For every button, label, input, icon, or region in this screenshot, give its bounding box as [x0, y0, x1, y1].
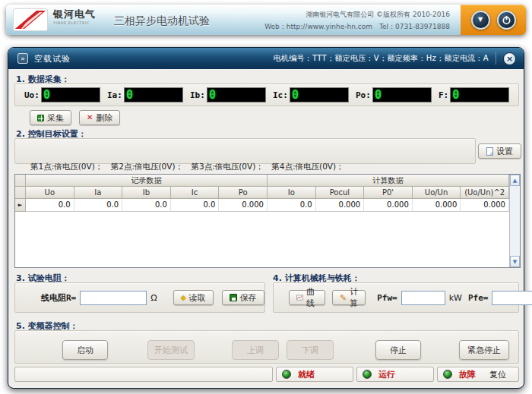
display-ib-value: 0 — [209, 90, 216, 101]
group-header-record: 记录数据 — [26, 175, 268, 187]
cell-ic: 0.0 — [171, 199, 220, 212]
fault-led-icon — [443, 370, 452, 379]
col-header-po[interactable]: Po — [219, 187, 268, 199]
row-selector-icon: ► — [15, 199, 26, 212]
pfe-input[interactable] — [492, 291, 532, 305]
display-ic-value: 0 — [292, 90, 299, 101]
collect-button-label: 采集 — [47, 112, 64, 124]
collect-icon — [37, 115, 44, 121]
brand-text: 银河电气 YINHE ELECTRIC — [53, 9, 96, 25]
power-icon — [502, 15, 511, 25]
save-button-label: 保存 — [240, 292, 257, 304]
title-header: 银河电气 YINHE ELECTRIC 三相异步电动机试验 湖南银河电气有限公司… — [6, 5, 526, 35]
curve-chart-icon — [296, 294, 303, 301]
read-icon: ◆ — [181, 295, 186, 301]
panel-title: 空载试验 — [34, 53, 71, 65]
scroll-up-icon[interactable]: ▲ — [510, 175, 520, 186]
display-ic: Ic: 0 — [267, 87, 350, 102]
delete-icon: ✕ — [87, 114, 93, 121]
adjust-down-button[interactable]: 下调 — [287, 340, 334, 360]
calc-pencil-icon: ✎ — [340, 294, 347, 302]
minimize-button[interactable]: ▼ — [471, 11, 490, 30]
app-window: 银河电气 YINHE ELECTRIC 三相异步电动机试验 湖南银河电气有限公司… — [0, 0, 532, 394]
resistance-unit: Ω — [150, 293, 157, 303]
col-header-uoun[interactable]: Uo/Un — [413, 187, 461, 199]
col-header-uoun2[interactable]: (Uo/Un)^2 — [461, 187, 509, 199]
settings-button[interactable]: 设置 — [478, 143, 521, 159]
cell-po: 0.000 — [219, 199, 268, 212]
resistance-box: 线电阻R= Ω ◆ 读取 保存 — [14, 282, 265, 313]
display-ib-screen: 0 — [207, 87, 266, 102]
company-logo — [13, 8, 48, 31]
cell-pocul: 0.000 — [316, 199, 365, 212]
status-message-box — [14, 367, 273, 382]
logo-swoosh-icon — [14, 9, 47, 30]
stop-button[interactable]: 停止 — [375, 340, 421, 360]
save-button[interactable]: 保存 — [222, 290, 264, 305]
display-ia-value: 0 — [126, 90, 133, 101]
delete-button[interactable]: ✕ 删除 — [79, 110, 120, 125]
display-po-screen: 0 — [372, 87, 432, 102]
read-button[interactable]: ◆ 读取 — [173, 290, 214, 305]
display-ib-label: Ib: — [190, 90, 205, 100]
cell-uoun2: 0.000 — [461, 199, 509, 212]
status-ready: 就绪 — [276, 367, 353, 382]
control-line-1: 第1点:倍电压(0V)； 第2点:倍电压(0V)； 第3点:倍电压(0V)； 第… — [30, 162, 475, 172]
col-header-ib[interactable]: Ib — [122, 187, 171, 199]
display-box: Uo: 0 Ia: 0 Ib: 0 Ic: 0 Po: 0 — [14, 84, 519, 106]
cell-uo: 0.0 — [26, 199, 74, 212]
pfe-label: Pfe= — [468, 293, 489, 303]
window-controls: ▼ — [461, 5, 526, 35]
col-header-ia[interactable]: Ia — [74, 187, 123, 199]
close-button[interactable]: × — [503, 52, 516, 65]
col-header-pocul[interactable]: Pocul — [316, 187, 365, 199]
settings-button-label: 设置 — [496, 146, 513, 157]
display-uo-label: Uo: — [24, 90, 40, 100]
start-test-button[interactable]: 开始测试 — [147, 340, 195, 360]
collect-button[interactable]: 采集 — [30, 110, 71, 125]
reset-button[interactable]: 复位 — [489, 369, 506, 380]
display-ic-screen: 0 — [290, 87, 349, 102]
start-button[interactable]: 启动 — [62, 340, 108, 360]
cell-uoun: 0.000 — [413, 199, 461, 212]
pfw-input[interactable] — [401, 291, 445, 305]
table-scrollbar[interactable]: ▲ ▼ — [509, 175, 520, 267]
curve-button-label: 曲线 — [306, 286, 318, 309]
calc-button[interactable]: ✎ 计算 — [332, 290, 366, 305]
copyright-line: 湖南银河电气有限公司 ©版权所有 2010-2016 — [264, 10, 450, 20]
scroll-down-icon[interactable]: ▼ — [510, 256, 520, 267]
data-table: 记录数据 计算数据 Uo Ia Ib Ic Po Io Pocul P0' Uo… — [14, 174, 521, 268]
cell-ib: 0.0 — [122, 199, 171, 212]
power-button[interactable] — [497, 11, 516, 30]
curve-button[interactable]: 曲线 — [289, 290, 325, 305]
group-header-calc: 计算数据 — [268, 175, 509, 187]
adjust-up-button[interactable]: 上调 — [232, 340, 279, 360]
emergency-stop-button[interactable]: 紧急停止 — [459, 340, 509, 360]
pfw-unit: kW — [449, 293, 462, 303]
brand-name-en: YINHE ELECTRIC — [53, 21, 96, 25]
display-ia-screen: 0 — [124, 87, 183, 102]
app-title: 三相异步电动机试验 — [114, 14, 210, 28]
inverter-box: 启动 开始测试 上调 下调 停止 紧急停止 — [14, 330, 519, 364]
settings-page-icon — [486, 147, 493, 156]
col-header-ic[interactable]: Ic — [171, 187, 220, 199]
pfw-label: Pfw= — [377, 293, 397, 303]
table-corner-cell — [15, 175, 26, 187]
col-header-p0[interactable]: P0' — [364, 187, 413, 199]
cell-io: 0.0 — [268, 199, 316, 212]
resistance-field-label: 线电阻R= — [41, 292, 76, 304]
display-f-screen: 0 — [450, 87, 509, 102]
losses-box: 曲线 ✎ 计算 Pfw= kW Pfe= kW — [273, 282, 519, 313]
display-uo: Uo: 0 — [18, 87, 101, 102]
running-led-icon — [363, 370, 372, 379]
control-target-box: 第1点:倍电压(0V)； 第2点:倍电压(0V)； 第3点:倍电压(0V)； 第… — [14, 138, 476, 164]
panel-chevron-icon: » — [17, 53, 28, 64]
cell-p0: 0.000 — [364, 199, 413, 212]
resistance-input[interactable] — [80, 291, 147, 305]
display-ib: Ib: 0 — [184, 87, 267, 102]
ready-led-icon — [282, 370, 291, 379]
table-row[interactable]: ► 0.0 0.0 0.0 0.0 0.000 0.0 0.000 0.000 … — [15, 199, 509, 212]
col-header-uo[interactable]: Uo — [26, 187, 74, 199]
table-header-row: Uo Ia Ib Ic Po Io Pocul P0' Uo/Un (Uo/Un… — [15, 187, 509, 199]
col-header-io[interactable]: Io — [268, 187, 316, 199]
